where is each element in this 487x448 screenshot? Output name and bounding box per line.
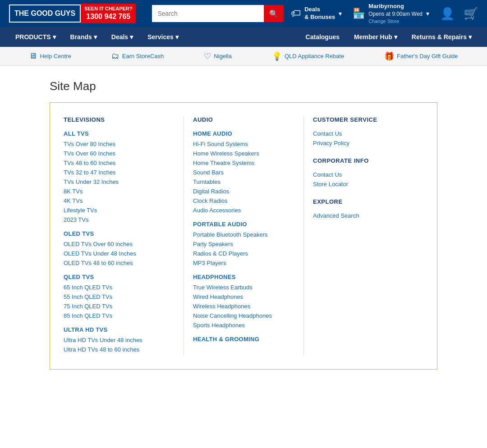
link-portable-bt[interactable]: Portable Bluetooth Speakers <box>193 231 294 238</box>
link-wired-headphones[interactable]: Wired Headphones <box>193 293 294 300</box>
search-button[interactable]: 🔍 <box>264 5 284 22</box>
search-bar: 🔍 <box>152 5 284 22</box>
link-advanced-search[interactable]: Advanced Search <box>313 212 414 219</box>
sitemap-col-3: CUSTOMER SERVICE Contact Us Privacy Poli… <box>303 116 423 356</box>
link-tvs-over-80[interactable]: TVs Over 80 Inches <box>64 141 175 147</box>
nav-item-services[interactable]: Services ▾ <box>141 27 185 47</box>
search-input[interactable] <box>152 5 264 22</box>
help-icon: 🖥 <box>29 51 37 61</box>
link-sports-headphones[interactable]: Sports Headphones <box>193 322 294 329</box>
link-oled-48-60[interactable]: OLED TVs 48 to 60 inches <box>64 260 175 266</box>
section-header-corporate: CORPORATE INFO <box>313 157 414 164</box>
link-radios-cd[interactable]: Radios & CD Players <box>193 250 294 257</box>
link-wireless-headphones[interactable]: Wireless Headphones <box>193 303 294 310</box>
subnav-help[interactable]: 🖥 Help Centre <box>29 51 71 61</box>
nav-item-returns[interactable]: Returns & Repairs ▾ <box>405 27 478 47</box>
sub-header-health-grooming: HEALTH & GROOMING <box>193 336 294 343</box>
sub-header-all-tvs: ALL TVS <box>64 130 175 137</box>
deals-chevron-icon2: ▾ <box>130 33 133 41</box>
link-true-wireless[interactable]: True Wireless Earbuds <box>193 284 294 291</box>
lightbulb-icon: 💡 <box>272 51 282 61</box>
link-2023-tvs[interactable]: 2023 TVs <box>64 216 175 223</box>
account-icon[interactable]: 👤 <box>440 7 455 21</box>
section-header-explore: EXPLORE <box>313 198 414 205</box>
services-chevron-icon: ▾ <box>175 33 179 41</box>
link-contact-us-cs[interactable]: Contact Us <box>313 130 414 137</box>
store-icon: 🏪 <box>353 8 365 19</box>
link-store-locator[interactable]: Store Locator <box>313 181 414 187</box>
link-qled-75[interactable]: 75 Inch QLED TVs <box>64 303 175 310</box>
link-qled-55[interactable]: 55 Inch QLED TVs <box>64 293 175 300</box>
nav-item-deals[interactable]: Deals ▾ <box>105 27 139 47</box>
section-header-televisions: TELEVISIONS <box>64 116 175 123</box>
products-chevron-icon: ▾ <box>53 33 56 41</box>
link-tvs-over-60[interactable]: TVs Over 60 Inches <box>64 150 175 157</box>
subnav-rebate[interactable]: 💡 QLD Appliance Rebate <box>272 51 344 61</box>
link-party-speakers[interactable]: Party Speakers <box>193 241 294 247</box>
nav-right: Catalogues Member Hub ▾ Returns & Repair… <box>299 27 478 47</box>
link-tvs-48-60[interactable]: TVs 48 to 60 Inches <box>64 160 175 166</box>
cart-icon[interactable]: 🛒 <box>464 7 478 21</box>
page-title: Site Map <box>50 79 437 93</box>
link-qled-65[interactable]: 65 Inch QLED TVs <box>64 284 175 291</box>
sitemap-col-2: AUDIO HOME AUDIO Hi-Fi Sound Systems Hom… <box>184 116 303 356</box>
tagline-area: SEEN IT CHEAPER? 1300 942 765 <box>81 4 136 23</box>
tag-icon: 🏷 <box>291 8 301 19</box>
subnav-gift[interactable]: 🎁 Father's Day Gift Guide <box>384 51 458 61</box>
link-noise-cancelling[interactable]: Noise Cancelling Headphones <box>193 312 294 319</box>
sub-header-portable-audio: PORTABLE AUDIO <box>193 221 294 228</box>
section-header-customer-service: CUSTOMER SERVICE <box>313 116 414 123</box>
sitemap-container: TELEVISIONS ALL TVS TVs Over 80 Inches T… <box>50 102 437 370</box>
link-oled-under-48[interactable]: OLED TVs Under 48 Inches <box>64 250 175 257</box>
link-uhd-under-48[interactable]: Ultra HD TVs Under 48 inches <box>64 337 175 343</box>
link-8k-tvs[interactable]: 8K TVs <box>64 188 175 195</box>
link-oled-over-60[interactable]: OLED TVs Over 60 inches <box>64 241 175 247</box>
link-contact-us-corp[interactable]: Contact Us <box>313 171 414 178</box>
store-info[interactable]: 🏪 Maribyrnong Opens at 9:00am Wed Change… <box>353 2 429 25</box>
header-icons: 👤 🛒 <box>440 7 478 21</box>
link-home-wireless-speakers[interactable]: Home Wireless Speakers <box>193 150 294 157</box>
link-audio-accessories[interactable]: Audio Accessories <box>193 207 294 214</box>
link-privacy-policy[interactable]: Privacy Policy <box>313 140 414 146</box>
link-sound-bars[interactable]: Sound Bars <box>193 169 294 176</box>
link-tvs-32-47[interactable]: TVs 32 to 47 Inches <box>64 169 175 176</box>
logo-area[interactable]: THE GOOD GUYS SEEN IT CHEAPER? 1300 942 … <box>9 4 136 23</box>
heart-icon: ♡ <box>204 51 211 61</box>
main-content: Site Map TELEVISIONS ALL TVS TVs Over 80… <box>41 79 446 370</box>
subnav-wishlist[interactable]: ♡ Nigella <box>204 51 232 61</box>
sub-header-qled: QLED TVS <box>64 274 175 280</box>
link-uhd-48-60[interactable]: Ultra HD TVs 48 to 60 inches <box>64 346 175 353</box>
sub-header-headphones: HEADPHONES <box>193 274 294 280</box>
link-home-theatre[interactable]: Home Theatre Systems <box>193 160 294 166</box>
link-tvs-under-32[interactable]: TVs Under 32 Inches <box>64 178 175 185</box>
brands-chevron-icon: ▾ <box>94 33 97 41</box>
sub-nav: 🖥 Help Centre 🗂 Earn StoreCash ♡ Nigella… <box>0 47 487 66</box>
sitemap-col-1: TELEVISIONS ALL TVS TVs Over 80 Inches T… <box>64 116 184 356</box>
returns-chevron-icon: ▾ <box>469 33 472 41</box>
link-turntables[interactable]: Turntables <box>193 178 294 185</box>
nav-item-catalogues[interactable]: Catalogues <box>299 27 346 47</box>
nav-left: PRODUCTS ▾ Brands ▾ Deals ▾ Services ▾ <box>9 27 185 47</box>
deals-bonuses-button[interactable]: 🏷 Deals & Bonuses ▾ <box>291 6 342 21</box>
nav-item-member-hub[interactable]: Member Hub ▾ <box>348 27 404 47</box>
nav-item-products[interactable]: PRODUCTS ▾ <box>9 27 62 47</box>
link-clock-radios[interactable]: Clock Radios <box>193 197 294 204</box>
store-chevron-icon: ▾ <box>426 10 429 17</box>
sub-header-oled: OLED TVS <box>64 230 175 237</box>
header-top: THE GOOD GUYS SEEN IT CHEAPER? 1300 942 … <box>0 0 487 27</box>
brand-logo: THE GOOD GUYS <box>9 5 81 22</box>
sub-header-home-audio: HOME AUDIO <box>193 130 294 137</box>
main-nav: PRODUCTS ▾ Brands ▾ Deals ▾ Services ▾ C… <box>0 27 487 47</box>
link-lifestyle-tvs[interactable]: Lifestyle TVs <box>64 207 175 214</box>
storecash-icon: 🗂 <box>111 51 119 61</box>
link-4k-tvs[interactable]: 4K TVs <box>64 197 175 204</box>
link-hifi[interactable]: Hi-Fi Sound Systems <box>193 141 294 147</box>
link-mp3[interactable]: MP3 Players <box>193 260 294 266</box>
sub-header-uhd: ULTRA HD TVS <box>64 326 175 333</box>
subnav-storecash[interactable]: 🗂 Earn StoreCash <box>111 51 164 61</box>
nav-item-brands[interactable]: Brands ▾ <box>64 27 103 47</box>
link-digital-radios[interactable]: Digital Radios <box>193 188 294 195</box>
gift-icon: 🎁 <box>384 51 394 61</box>
section-header-audio: AUDIO <box>193 116 294 123</box>
link-qled-85[interactable]: 85 Inch QLED TVs <box>64 312 175 319</box>
